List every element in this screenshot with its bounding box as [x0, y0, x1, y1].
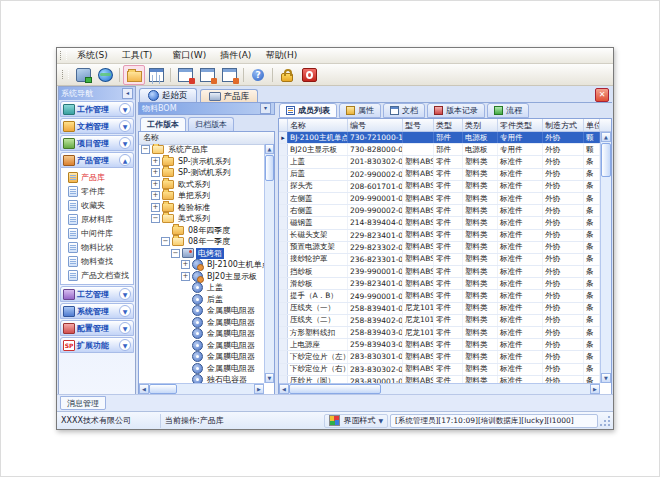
column-header-6[interactable]: 制造方式	[543, 119, 584, 131]
collapse-icon[interactable]: −	[151, 214, 160, 223]
sidebar-item-5[interactable]: 物料比较	[61, 240, 133, 254]
collapse-icon[interactable]: −	[141, 145, 150, 154]
menu-grip[interactable]	[60, 51, 67, 60]
sidebar-section-header-5[interactable]: 系统管理▼	[60, 303, 134, 319]
message-tab[interactable]: 消息管理	[60, 396, 106, 410]
table-row[interactable]: 接纱轮护罩236-823301-00I塑料ABS零件塑料类标准件外协条	[279, 254, 600, 266]
member-tab-4[interactable]: 流程	[487, 103, 529, 118]
sidebar-item-2[interactable]: 收藏夹	[61, 198, 133, 212]
tree-node-12[interactable]: 上盖	[139, 282, 264, 294]
scroll-up-icon[interactable]: ▲	[601, 132, 611, 142]
scroll-down-icon[interactable]: ▼	[265, 373, 274, 383]
table-row[interactable]: 压纱片（圆）283-830001-00I塑料ABS零件塑料类标准件外协条	[279, 376, 600, 383]
sidebar-section-header-6[interactable]: 配置管理▼	[60, 320, 134, 336]
sidebar-item-1[interactable]: 零件库	[61, 184, 133, 198]
sidebar-section-header-7[interactable]: 扩展功能▼	[60, 337, 134, 353]
scroll-right-icon[interactable]: ▶	[254, 384, 264, 394]
tree-node-20[interactable]: 独石电容器	[139, 374, 264, 383]
toolbar-button-lock-icon[interactable]	[276, 65, 298, 85]
table-row[interactable]: 下纱定位片（右）283-830302-00I塑料ABS零件塑料类标准件外协条	[279, 364, 600, 376]
toolbar-button-win-close-icon[interactable]	[174, 65, 196, 85]
table-row[interactable]: 压线夹（二）258-839402-00I尼龙1010零件塑料类标准件外协条	[279, 315, 600, 327]
toolbar-button-help-icon[interactable]	[247, 65, 269, 85]
chevron-down-icon[interactable]: ▼	[119, 288, 131, 300]
column-header-3[interactable]: 类型	[434, 119, 463, 131]
sidebar-item-4[interactable]: 中间件库	[61, 226, 133, 240]
chevron-down-icon[interactable]: ▼	[119, 103, 131, 115]
table-row[interactable]: 上电源座259-839403-00I塑料ABS零件塑料类标准件外协条	[279, 339, 600, 351]
version-tab-0[interactable]: 工作版本	[140, 117, 186, 131]
table-row[interactable]: 后盖202-990002-01I塑料ABS零件塑料类标准件外协条	[279, 169, 600, 181]
tree-vertical-scrollbar[interactable]: ▲ ▼	[264, 144, 274, 383]
tree-node-6[interactable]: −美式系列	[139, 213, 264, 225]
chevron-up-icon[interactable]: ▲	[119, 154, 131, 166]
table-row[interactable]: 滑纱板239-823401-00I塑料ABS零件塑料类标准件外协条	[279, 278, 600, 290]
menu-item-5[interactable]: 帮助(H)	[258, 49, 304, 61]
sidebar-section-header-2[interactable]: 项目管理▼	[60, 135, 134, 151]
member-tab-3[interactable]: 版本记录	[427, 103, 485, 118]
resize-grip[interactable]	[601, 415, 611, 427]
column-header-5[interactable]: 零件类型	[498, 119, 543, 131]
ui-style-selector[interactable]: 界面样式 ▼	[324, 414, 388, 428]
tree-node-18[interactable]: 金属膜电阻器	[139, 351, 264, 363]
tree-node-4[interactable]: +单把系列	[139, 190, 264, 202]
table-row[interactable]: 提手（A．B）249-990001-01I塑料ABS零件塑料类标准件外协条	[279, 290, 600, 302]
tree-node-0[interactable]: −系统产品库	[139, 144, 264, 156]
menu-item-1[interactable]: 工具(T)	[115, 49, 160, 61]
scroll-thumb[interactable]	[265, 155, 274, 181]
tree-node-16[interactable]: 金属膜电阻器	[139, 328, 264, 340]
chevron-down-icon[interactable]: ▼	[119, 322, 131, 334]
table-row[interactable]: 下纱定位片（左）283-830301-00I塑料ABS零件塑料类标准件外协条	[279, 351, 600, 363]
toolbar-button-folder-icon[interactable]	[123, 65, 145, 85]
tree-node-11[interactable]: +BJ20主显示板	[139, 271, 264, 283]
table-row[interactable]: 挡纱板239-990001-01I塑料ABS零件塑料类标准件外协条	[279, 266, 600, 278]
table-row[interactable]: 上盖201-830302-00I塑料ABS零件塑料类标准件外协条	[279, 156, 600, 168]
tree-node-2[interactable]: +SP-测试机系列	[139, 167, 264, 179]
scroll-left-icon[interactable]: ◀	[279, 384, 289, 394]
chevron-down-icon[interactable]: ▼	[119, 305, 131, 317]
version-tab-1[interactable]: 归档版本	[188, 117, 234, 131]
close-tab-button[interactable]: ✕	[595, 88, 609, 102]
bom-panel-options-icon[interactable]: ▾	[260, 103, 271, 114]
toolbar-button-power-icon[interactable]	[298, 65, 320, 85]
scroll-up-icon[interactable]: ▲	[265, 144, 274, 154]
menu-item-4[interactable]: 插件(A)	[213, 49, 258, 61]
table-row[interactable]: 预置电源支架229-823302-00I塑料ABS零件塑料类标准件外协条	[279, 242, 600, 254]
chevron-down-icon[interactable]: ▼	[119, 120, 131, 132]
tree-node-15[interactable]: 金属膜电阻器	[139, 317, 264, 329]
scroll-thumb[interactable]	[289, 384, 381, 394]
table-horizontal-scrollbar[interactable]: ◀ ▶	[279, 383, 600, 394]
toolbar-button-grid-window-icon[interactable]	[145, 65, 167, 85]
tree-node-13[interactable]: 后盖	[139, 294, 264, 306]
expand-icon[interactable]: +	[151, 168, 160, 177]
menu-item-0[interactable]: 系统(S)	[70, 49, 115, 61]
expand-icon[interactable]: +	[151, 203, 160, 212]
tree-node-5[interactable]: +检验标准	[139, 202, 264, 214]
table-vertical-scrollbar[interactable]: ▲ ▼	[600, 132, 611, 383]
sidebar-item-7[interactable]: 产品文档查找	[61, 268, 133, 282]
member-tab-1[interactable]: 属性	[339, 103, 381, 118]
toolbar-button-computer-icon[interactable]	[72, 65, 94, 85]
member-tab-0[interactable]: 成员列表	[279, 103, 337, 118]
table-row[interactable]: 磁钢盖214-839404-01I塑料ABS零件塑料类标准件外协条	[279, 217, 600, 229]
expand-icon[interactable]: +	[151, 180, 160, 189]
scroll-thumb[interactable]	[149, 384, 177, 394]
expand-icon[interactable]: +	[151, 191, 160, 200]
scroll-down-icon[interactable]: ▼	[601, 373, 611, 383]
tree-node-7[interactable]: 08年四季度	[139, 225, 264, 237]
chevron-down-icon[interactable]: ▼	[119, 137, 131, 149]
scroll-left-icon[interactable]: ◀	[139, 384, 149, 394]
toolbar-button-globe-icon[interactable]	[94, 65, 116, 85]
table-row[interactable]: 探头壳208-601701-01I塑料ABS零件塑料类标准件外协条	[279, 181, 600, 193]
table-row[interactable]: ▸BJ-2100主机单点730-721000-12I部件电源板专用件外协颗	[279, 132, 600, 144]
table-row[interactable]: 压线夹（一）258-839401-00I尼龙1010零件塑料类标准件外协条	[279, 303, 600, 315]
tree-node-10[interactable]: +BJ-2100主机单点	[139, 259, 264, 271]
chevron-down-icon[interactable]: ▼	[119, 339, 131, 351]
doc-tab-0[interactable]: 起始页	[139, 88, 197, 103]
tree-node-8[interactable]: −08年一季度	[139, 236, 264, 248]
sidebar-item-0[interactable]: 产品库	[61, 170, 133, 184]
scroll-thumb[interactable]	[601, 143, 611, 177]
tree-node-1[interactable]: +SP-演示机系列	[139, 156, 264, 168]
expand-icon[interactable]: +	[181, 260, 190, 269]
tree-node-3[interactable]: +欧式系列	[139, 179, 264, 191]
